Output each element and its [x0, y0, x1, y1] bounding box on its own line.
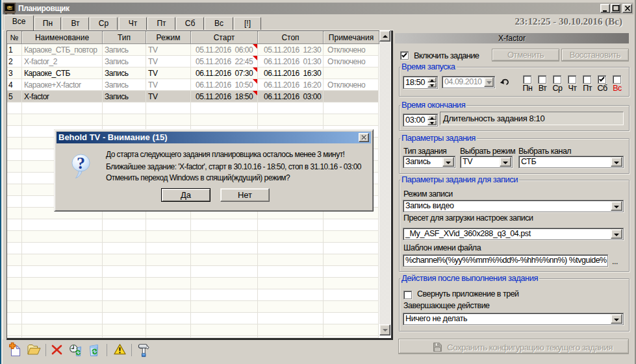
svg-text:?: ? [77, 154, 85, 173]
